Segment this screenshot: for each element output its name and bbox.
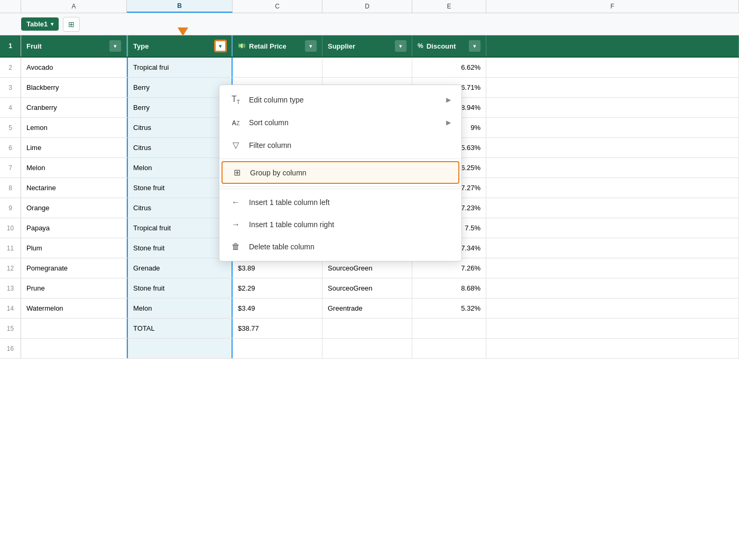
fruit-col-dropdown-btn[interactable]: ▾ bbox=[109, 40, 121, 52]
menu-item-edit-column-type[interactable]: TT Edit column type ▶ bbox=[219, 88, 461, 111]
retail-price-col-dropdown-btn[interactable]: ▾ bbox=[305, 40, 317, 52]
table-row: 15 TOTAL $38.77 bbox=[0, 319, 739, 339]
edit-column-type-label: Edit column type bbox=[249, 96, 439, 104]
cell-fruit: Watermelon bbox=[21, 298, 127, 318]
cell-fruit bbox=[21, 319, 127, 338]
cell-f bbox=[486, 178, 739, 198]
row-num: 2 bbox=[0, 58, 21, 77]
submenu-arrow-icon: ▶ bbox=[446, 96, 451, 104]
table-name-chevron-icon: ▾ bbox=[51, 21, 53, 27]
filter-column-icon: ▽ bbox=[230, 140, 242, 150]
supplier-col-dropdown-btn[interactable]: ▾ bbox=[395, 40, 407, 52]
cell-fruit: Nectarine bbox=[21, 178, 127, 198]
row-num: 14 bbox=[0, 298, 21, 318]
cell-type: Tropical fruit bbox=[127, 218, 233, 238]
header-cell-f bbox=[486, 35, 739, 57]
insert-left-icon: ← bbox=[230, 198, 242, 207]
cell-type: Berry bbox=[127, 98, 233, 117]
delete-column-label: Delete table column bbox=[249, 242, 451, 251]
table-name-button[interactable]: Table1 ▾ bbox=[21, 17, 59, 31]
cell-type: Citrus bbox=[127, 198, 233, 218]
retail-price-dollar-icon: 💵 bbox=[238, 42, 246, 50]
cell-type: Grenade bbox=[127, 258, 233, 278]
row-num: 16 bbox=[0, 339, 21, 358]
cell-supplier bbox=[322, 58, 412, 77]
cell-fruit: Papaya bbox=[21, 218, 127, 238]
discount-percent-icon: % bbox=[418, 42, 423, 50]
cell-fruit: Melon bbox=[21, 158, 127, 178]
row-num: 7 bbox=[0, 158, 21, 178]
cell-fruit: Orange bbox=[21, 198, 127, 218]
cell-type: Citrus bbox=[127, 138, 233, 157]
cell-fruit: Plum bbox=[21, 238, 127, 258]
row-num: 3 bbox=[0, 78, 21, 97]
sort-column-icon: AZ bbox=[230, 118, 242, 127]
insert-left-label: Insert 1 table column left bbox=[249, 198, 451, 207]
cell-discount bbox=[412, 339, 486, 358]
column-letter-headers: A B C D E F bbox=[0, 0, 739, 13]
cell-type: TOTAL bbox=[127, 319, 233, 338]
cell-type: Melon bbox=[127, 158, 233, 178]
cell-fruit: Avocado bbox=[21, 58, 127, 77]
table-row: 13 Prune Stone fruit $2.29 SourceoGreen … bbox=[0, 278, 739, 298]
cell-supplier: Greentrade bbox=[322, 298, 412, 318]
menu-separator bbox=[219, 158, 461, 159]
cell-type: Stone fruit bbox=[127, 238, 233, 258]
menu-item-insert-left[interactable]: ← Insert 1 table column left bbox=[219, 191, 461, 213]
type-col-dropdown-btn[interactable]: ▾ bbox=[215, 40, 226, 52]
sort-column-label: Sort column bbox=[249, 118, 439, 127]
filter-column-label: Filter column bbox=[249, 141, 451, 150]
cell-f bbox=[486, 278, 739, 298]
cell-f bbox=[486, 118, 739, 137]
cell-f bbox=[486, 58, 739, 77]
cell-f bbox=[486, 339, 739, 358]
cell-supplier bbox=[322, 319, 412, 338]
menu-separator bbox=[219, 189, 461, 189]
menu-item-group-by-column[interactable]: ⊞ Group by column bbox=[221, 161, 459, 184]
cell-f bbox=[486, 298, 739, 318]
menu-item-filter-column[interactable]: ▽ Filter column bbox=[219, 134, 461, 156]
cell-f bbox=[486, 238, 739, 258]
cell-retail-price bbox=[233, 339, 322, 358]
row-num: 11 bbox=[0, 238, 21, 258]
menu-item-delete-column[interactable]: 🗑 Delete table column bbox=[219, 236, 461, 258]
delete-column-icon: 🗑 bbox=[230, 242, 242, 251]
cell-type: Stone fruit bbox=[127, 178, 233, 198]
header-cell-retail-price: 💵 Retail Price ▾ bbox=[233, 35, 322, 57]
retail-price-col-label: Retail Price bbox=[249, 42, 287, 50]
cell-f bbox=[486, 158, 739, 178]
header-cell-type: Type ▾ bbox=[127, 35, 233, 57]
arrow-head bbox=[178, 27, 188, 36]
cell-type: Stone fruit bbox=[127, 278, 233, 298]
discount-col-dropdown-btn[interactable]: ▾ bbox=[469, 40, 481, 52]
table-row: 16 bbox=[0, 339, 739, 359]
row-num: 12 bbox=[0, 258, 21, 278]
menu-separator bbox=[219, 186, 461, 186]
cell-discount: 8.68% bbox=[412, 278, 486, 298]
col-letter-d: D bbox=[322, 0, 412, 13]
menu-item-insert-right[interactable]: → Insert 1 table column right bbox=[219, 213, 461, 236]
submenu-arrow-icon: ▶ bbox=[446, 119, 451, 126]
row-num: 15 bbox=[0, 319, 21, 338]
insert-right-label: Insert 1 table column right bbox=[249, 220, 451, 229]
cell-type: Melon bbox=[127, 298, 233, 318]
table-grid-icon-button[interactable]: ⊞ bbox=[63, 17, 80, 32]
col-letter-f: F bbox=[486, 0, 739, 13]
table-name-label: Table1 bbox=[26, 20, 48, 28]
table-header-row: 1 Fruit ▾ Type ▾ 💵 Retail Price ▾ bbox=[0, 35, 739, 58]
cell-f bbox=[486, 258, 739, 278]
type-col-label: Type bbox=[133, 42, 149, 50]
fruit-col-label: Fruit bbox=[26, 42, 42, 50]
grid-icon: ⊞ bbox=[68, 20, 75, 29]
cell-fruit: Lime bbox=[21, 138, 127, 157]
header-cell-discount: % Discount ▾ bbox=[412, 35, 486, 57]
header-row-num: 1 bbox=[0, 35, 21, 57]
header-cell-supplier: Supplier ▾ bbox=[322, 35, 412, 57]
row-num: 13 bbox=[0, 278, 21, 298]
column-context-menu: TT Edit column type ▶ AZ Sort column ▶ ▽… bbox=[219, 85, 462, 262]
cell-f bbox=[486, 78, 739, 97]
cell-fruit: Blackberry bbox=[21, 78, 127, 97]
cell-f bbox=[486, 138, 739, 157]
cell-retail-price: $2.29 bbox=[233, 278, 322, 298]
menu-item-sort-column[interactable]: AZ Sort column ▶ bbox=[219, 111, 461, 134]
